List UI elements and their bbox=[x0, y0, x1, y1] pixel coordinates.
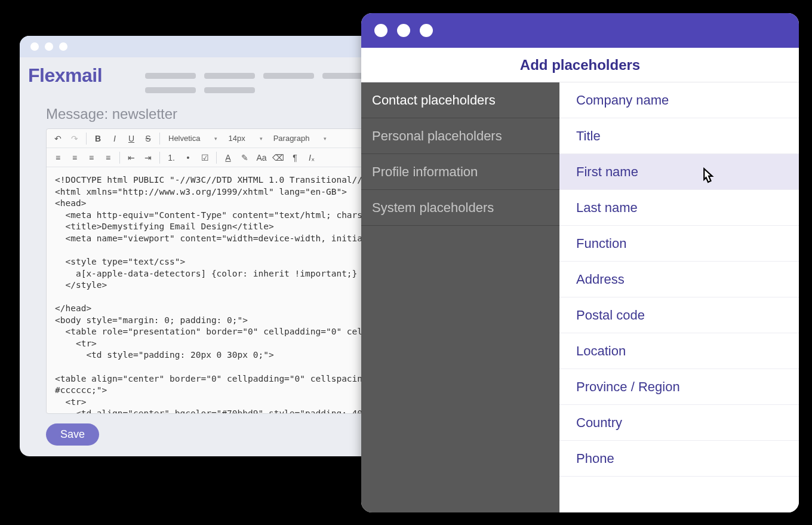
align-justify-icon[interactable]: ≡ bbox=[100, 151, 116, 165]
size-select-value: 14px bbox=[228, 134, 245, 143]
category-item[interactable]: Contact placeholders bbox=[361, 82, 559, 118]
align-left-icon[interactable]: ≡ bbox=[50, 151, 66, 165]
placeholders-dialog: Add placeholders Contact placeholdersPer… bbox=[361, 13, 799, 512]
indent-icon[interactable]: ⇥ bbox=[140, 151, 156, 165]
window-dot-icon bbox=[45, 42, 53, 51]
font-case-icon[interactable]: Aa bbox=[254, 151, 269, 165]
checklist-icon[interactable]: ☑ bbox=[197, 151, 213, 165]
placeholder-item[interactable]: Address bbox=[559, 262, 799, 297]
dialog-list: Company nameTitleFirst nameLast nameFunc… bbox=[559, 82, 799, 512]
dialog-body: Contact placeholdersPersonal placeholder… bbox=[361, 82, 799, 512]
strike-icon[interactable]: S bbox=[140, 131, 156, 146]
placeholder-item[interactable]: Last name bbox=[559, 190, 799, 226]
placeholder-item[interactable]: Postal code bbox=[559, 297, 799, 333]
placeholder-item[interactable]: Function bbox=[559, 226, 799, 262]
text-color-icon[interactable]: A bbox=[220, 151, 236, 165]
window-dot-icon bbox=[397, 24, 410, 37]
paragraph-icon[interactable]: ¶ bbox=[287, 151, 303, 165]
dialog-sidebar: Contact placeholdersPersonal placeholder… bbox=[361, 82, 559, 512]
window-dot-icon bbox=[374, 24, 387, 37]
align-center-icon[interactable]: ≡ bbox=[67, 151, 82, 165]
placeholder-item[interactable]: Phone bbox=[559, 441, 799, 477]
placeholder-item[interactable]: First name bbox=[559, 154, 799, 190]
category-item[interactable]: System placeholders bbox=[361, 190, 559, 226]
remove-style-icon[interactable]: Iₓ bbox=[304, 151, 319, 165]
outdent-icon[interactable]: ⇤ bbox=[124, 151, 139, 165]
underline-icon[interactable]: U bbox=[124, 131, 139, 146]
font-select[interactable]: Helvetica▾ bbox=[164, 131, 222, 146]
font-select-value: Helvetica bbox=[168, 134, 200, 143]
undo-icon[interactable]: ↶ bbox=[50, 131, 66, 146]
format-select-value: Paragraph bbox=[273, 134, 310, 143]
window-dot-icon bbox=[59, 42, 67, 51]
category-item[interactable]: Profile information bbox=[361, 154, 559, 190]
pointer-cursor-icon bbox=[697, 166, 719, 188]
align-right-icon[interactable]: ≡ bbox=[84, 151, 99, 165]
window-dot-icon bbox=[420, 24, 433, 37]
dialog-title: Add placeholders bbox=[361, 48, 799, 82]
window-dot-icon bbox=[30, 42, 39, 51]
bold-icon[interactable]: B bbox=[90, 131, 106, 146]
ordered-list-icon[interactable]: 1. bbox=[164, 151, 179, 165]
clear-format-icon[interactable]: ⌫ bbox=[270, 151, 286, 165]
placeholder-item[interactable]: Title bbox=[559, 118, 799, 154]
format-select[interactable]: Paragraph▾ bbox=[269, 131, 332, 146]
placeholder-item[interactable]: Location bbox=[559, 333, 799, 369]
highlight-icon[interactable]: ✎ bbox=[237, 151, 253, 165]
placeholder-item[interactable]: Province / Region bbox=[559, 369, 799, 405]
size-select[interactable]: 14px▾ bbox=[223, 131, 267, 146]
dialog-titlebar bbox=[361, 13, 799, 48]
redo-icon[interactable]: ↷ bbox=[67, 131, 82, 146]
italic-icon[interactable]: I bbox=[107, 131, 122, 146]
unordered-list-icon[interactable]: • bbox=[180, 151, 196, 165]
nav-placeholder-bars bbox=[145, 73, 382, 102]
placeholder-item[interactable]: Company name bbox=[559, 82, 799, 118]
placeholder-item[interactable]: Country bbox=[559, 405, 799, 441]
save-button[interactable]: Save bbox=[46, 423, 99, 446]
category-item[interactable]: Personal placeholders bbox=[361, 118, 559, 154]
